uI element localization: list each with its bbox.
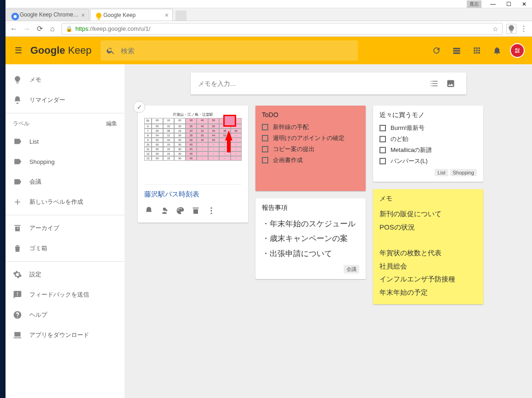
checklist-item[interactable]: 週明けのアポイントの確定	[262, 134, 359, 142]
checklist-item[interactable]: Burrn!最新号	[379, 124, 477, 132]
hamburger-menu-icon[interactable]: ☰	[10, 42, 27, 59]
checkbox-icon[interactable]	[379, 158, 386, 164]
item-text: Metallicaの新譜	[391, 146, 432, 154]
label-icon	[13, 157, 29, 166]
sidebar: メモ リマインダー ラベル 編集 List Shopping 会議	[6, 64, 125, 398]
checkbox-icon[interactable]	[262, 124, 268, 130]
sidebar-notes[interactable]: メモ	[6, 70, 125, 90]
tab-title: Google Keep Chrome 拡	[20, 11, 79, 19]
home-button[interactable]: ⌂	[46, 22, 59, 35]
address-omnibox[interactable]: 🔒 https://keep.google.com/u/1/ ☆	[62, 23, 503, 35]
divider	[6, 215, 125, 215]
reload-button[interactable]: ⟳	[33, 22, 46, 35]
sidebar-new-label[interactable]: 新しいラベルを作成	[6, 192, 125, 212]
divider	[6, 113, 125, 113]
sidebar-download[interactable]: アプリをダウンロード	[6, 325, 125, 345]
bookmark-star-icon[interactable]: ☆	[492, 25, 498, 33]
svg-point-4	[210, 213, 212, 214]
view-toggle-button[interactable]	[447, 40, 467, 61]
tab-close-icon[interactable]: ×	[81, 11, 85, 19]
checkbox-icon[interactable]	[379, 125, 386, 131]
checkbox-icon[interactable]	[262, 146, 268, 152]
checkbox-icon[interactable]	[262, 135, 268, 141]
checklist-item[interactable]: のど飴	[379, 135, 477, 143]
browser-addrbar: ← → ⟳ ⌂ 🔒 https://keep.google.com/u/1/ ☆…	[6, 21, 532, 37]
feedback-icon	[13, 290, 29, 299]
keep-searchbar[interactable]	[101, 40, 358, 61]
note-shopping[interactable]: 近々に買うモノ Burrn!最新号 のど飴 Metallicaの新譜 パンパース…	[373, 106, 483, 182]
note-memo[interactable]: メモ 新刊の販促について POSの状況 年賀状の枚数と代表 社員総会 インフルエ…	[373, 189, 483, 304]
note-image: 片瀬山・江ノ島・辻堂駅 時00102030405055- 60515253545…	[144, 111, 242, 185]
keep-extension-icon[interactable]	[506, 24, 516, 34]
note-todo[interactable]: ToDO 新幹線の手配 週明けのアポイントの確定 コピー案の提出 企画書作成	[255, 106, 366, 191]
checklist-item[interactable]: パンパース(L)	[379, 157, 477, 165]
svg-point-3	[210, 210, 212, 211]
take-note-input[interactable]	[198, 80, 426, 87]
sidebar-label: メモ	[29, 76, 41, 84]
checklist-item[interactable]: Metallicaの新譜	[379, 146, 477, 154]
more-icon[interactable]	[207, 206, 216, 217]
sidebar-label-list[interactable]: List	[6, 131, 125, 151]
checklist-item[interactable]: 企画書作成	[262, 156, 359, 164]
label-icon	[13, 137, 29, 146]
checkbox-icon[interactable]	[379, 147, 386, 153]
checkbox-icon[interactable]	[379, 136, 386, 142]
windows-user: 貴志	[467, 0, 481, 8]
item-text: コピー案の提出	[273, 145, 315, 153]
browser-tab-0[interactable]: Google Keep Chrome 拡 ×	[6, 9, 89, 21]
collaborator-icon[interactable]	[160, 206, 169, 217]
search-icon	[101, 46, 121, 55]
sidebar-label: 設定	[29, 270, 41, 279]
sidebar-reminders[interactable]: リマインダー	[6, 90, 125, 110]
lightbulb-icon	[13, 75, 29, 84]
window-close[interactable]: ✕	[516, 0, 532, 8]
sidebar-trash[interactable]: ゴミ箱	[6, 238, 125, 258]
sidebar-help[interactable]: ヘルプ	[6, 305, 125, 325]
note-label-chip[interactable]: List	[435, 169, 448, 176]
forward-button[interactable]: →	[20, 22, 33, 35]
sidebar-label-shopping[interactable]: Shopping	[6, 151, 125, 172]
checklist-item[interactable]: 新幹線の手配	[262, 123, 359, 131]
refresh-button[interactable]	[426, 40, 447, 61]
new-image-icon[interactable]	[442, 79, 459, 88]
archive-icon[interactable]	[191, 206, 200, 217]
note-label-chip[interactable]: 会議	[344, 265, 359, 274]
note-timetable[interactable]: ✓ 片瀬山・江ノ島・辻堂駅 時00102030405055- 605152535…	[138, 106, 248, 223]
checkbox-icon[interactable]	[262, 157, 268, 163]
browser-tab-1[interactable]: Google Keep ×	[90, 9, 173, 21]
window-titlebar: 貴志 — ☐ ✕	[6, 0, 532, 8]
new-list-icon[interactable]	[426, 79, 442, 88]
search-input[interactable]	[121, 47, 358, 55]
keep-logo: Google Keep	[30, 45, 91, 56]
note-label-chip[interactable]: Shopping	[450, 169, 477, 176]
keep-header: ☰ Google Keep ㍿	[6, 37, 532, 64]
window-maximize[interactable]: ☐	[501, 0, 516, 8]
labels-edit-link[interactable]: 編集	[106, 120, 117, 128]
back-button[interactable]: ←	[7, 22, 20, 35]
window-minimize[interactable]: —	[485, 0, 501, 8]
checklist-item[interactable]: コピー案の提出	[262, 145, 359, 153]
account-avatar[interactable]: ㍿	[507, 40, 527, 61]
note-title: 藤沢駅バス時刻表	[144, 185, 242, 199]
apps-grid-icon[interactable]	[467, 40, 487, 61]
chrome-icon	[11, 12, 17, 18]
sidebar-feedback[interactable]: フィードバックを送信	[6, 285, 125, 305]
tab-close-icon[interactable]: ×	[165, 11, 169, 19]
note-title: 報告事項	[262, 204, 359, 212]
sidebar-label: Shopping	[29, 158, 55, 165]
url-rest: ://keep.google.com/u/1/	[88, 25, 150, 32]
sidebar-label-meeting[interactable]: 会議	[6, 172, 125, 192]
select-note-check-icon[interactable]: ✓	[133, 101, 145, 113]
sidebar-settings[interactable]: 設定	[6, 264, 125, 285]
palette-icon[interactable]	[175, 206, 185, 217]
remind-icon[interactable]	[144, 206, 153, 217]
new-tab-button[interactable]	[175, 11, 187, 21]
sidebar-archive[interactable]: アーカイブ	[6, 218, 125, 238]
browser-menu-icon[interactable]: ⋮	[517, 22, 530, 35]
notifications-icon[interactable]	[487, 40, 507, 61]
sidebar-label: ゴミ箱	[29, 244, 47, 252]
note-title: 近々に買うモノ	[379, 111, 477, 119]
tab-title: Google Keep	[103, 12, 163, 18]
take-note-bar[interactable]	[191, 73, 466, 95]
note-report[interactable]: 報告事項 ・年末年始のスケジュール ・歳末キャンペーンの案 ・出張申請について …	[255, 198, 366, 279]
